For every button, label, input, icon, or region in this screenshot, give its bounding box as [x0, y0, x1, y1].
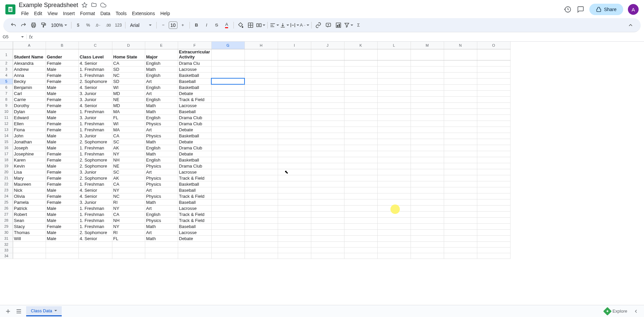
- cell-O23[interactable]: [477, 187, 510, 193]
- cell-H2[interactable]: [245, 60, 278, 66]
- cell-M26[interactable]: [411, 205, 444, 211]
- cell-N21[interactable]: [444, 175, 477, 181]
- cell-D28[interactable]: NH: [112, 217, 145, 223]
- cell-C4[interactable]: 1. Freshman: [78, 72, 112, 78]
- cell-A15[interactable]: Jonathan: [13, 139, 46, 145]
- cell-D15[interactable]: SC: [112, 139, 145, 145]
- cell-N17[interactable]: [444, 151, 477, 157]
- cell-H28[interactable]: [245, 217, 278, 223]
- cell-A13[interactable]: Fiona: [13, 127, 46, 133]
- all-sheets-button[interactable]: [13, 306, 24, 317]
- cell-H15[interactable]: [245, 139, 278, 145]
- cell-K30[interactable]: [344, 229, 377, 235]
- cell-E21[interactable]: Physics: [145, 175, 178, 181]
- cell-E33[interactable]: [145, 247, 178, 253]
- column-header-C[interactable]: C: [78, 42, 112, 49]
- functions-button[interactable]: Σ: [354, 20, 363, 30]
- decrease-font-button[interactable]: −: [159, 20, 168, 30]
- cell-B16[interactable]: Male: [46, 145, 78, 151]
- paint-format-button[interactable]: [39, 20, 48, 30]
- cell-G22[interactable]: [211, 181, 245, 187]
- cell-J27[interactable]: [311, 211, 344, 217]
- cell-B1[interactable]: Gender: [46, 49, 78, 60]
- cell-E9[interactable]: Math: [145, 102, 178, 108]
- cell-B2[interactable]: Female: [46, 60, 78, 66]
- cell-B31[interactable]: Male: [46, 235, 78, 241]
- cell-O21[interactable]: [477, 175, 510, 181]
- cell-G27[interactable]: [211, 211, 245, 217]
- cell-F8[interactable]: Track & Field: [178, 96, 211, 102]
- cell-F12[interactable]: Drama Club: [178, 121, 211, 127]
- cell-C5[interactable]: 2. Sophomore: [78, 78, 112, 84]
- cell-M8[interactable]: [411, 96, 444, 102]
- cell-J23[interactable]: [311, 187, 344, 193]
- cell-O12[interactable]: [477, 121, 510, 127]
- cell-G20[interactable]: [211, 169, 245, 175]
- cell-L14[interactable]: [377, 133, 411, 139]
- cell-O8[interactable]: [477, 96, 510, 102]
- menu-insert[interactable]: Insert: [61, 9, 77, 17]
- cell-E28[interactable]: Physics: [145, 217, 178, 223]
- cell-N10[interactable]: [444, 108, 477, 115]
- cell-C10[interactable]: 1. Freshman: [78, 108, 112, 115]
- menu-data[interactable]: Data: [98, 9, 113, 17]
- cell-M20[interactable]: [411, 169, 444, 175]
- cell-C32[interactable]: [78, 241, 112, 247]
- text-rotation-button[interactable]: A→: [300, 20, 309, 30]
- cell-D17[interactable]: NY: [112, 151, 145, 157]
- cell-M1[interactable]: [411, 49, 444, 60]
- cell-H20[interactable]: [245, 169, 278, 175]
- cell-L10[interactable]: [377, 108, 411, 115]
- cell-O4[interactable]: [477, 72, 510, 78]
- cell-K32[interactable]: [344, 241, 377, 247]
- cell-H3[interactable]: [245, 66, 278, 72]
- currency-button[interactable]: $: [73, 20, 83, 30]
- cell-J18[interactable]: [311, 157, 344, 163]
- cell-M31[interactable]: [411, 235, 444, 241]
- cell-D31[interactable]: FL: [112, 235, 145, 241]
- cell-G4[interactable]: [211, 72, 245, 78]
- cell-E31[interactable]: Math: [145, 235, 178, 241]
- cell-L9[interactable]: [377, 102, 411, 108]
- add-sheet-button[interactable]: [3, 306, 13, 317]
- row-header-16[interactable]: 16: [0, 145, 13, 151]
- menu-view[interactable]: View: [45, 9, 60, 17]
- row-header-22[interactable]: 22: [0, 181, 13, 187]
- cell-E30[interactable]: Art: [145, 229, 178, 235]
- cell-D21[interactable]: AK: [112, 175, 145, 181]
- cell-E20[interactable]: Art: [145, 169, 178, 175]
- cell-D33[interactable]: [112, 247, 145, 253]
- cell-D7[interactable]: MD: [112, 90, 145, 96]
- cell-C14[interactable]: 3. Junior: [78, 133, 112, 139]
- cell-G33[interactable]: [211, 247, 245, 253]
- print-button[interactable]: [29, 20, 38, 30]
- cell-N15[interactable]: [444, 139, 477, 145]
- cell-O24[interactable]: [477, 193, 510, 199]
- cell-K14[interactable]: [344, 133, 377, 139]
- cell-G31[interactable]: [211, 235, 245, 241]
- cell-J11[interactable]: [311, 115, 344, 121]
- selection-handle[interactable]: [244, 83, 245, 85]
- percent-button[interactable]: %: [84, 20, 93, 30]
- row-header-31[interactable]: 31: [0, 235, 13, 241]
- cell-F14[interactable]: Basketball: [178, 133, 211, 139]
- row-header-4[interactable]: 4: [0, 72, 13, 78]
- cell-K16[interactable]: [344, 145, 377, 151]
- cell-J22[interactable]: [311, 181, 344, 187]
- cell-H25[interactable]: [245, 199, 278, 205]
- cell-K34[interactable]: [344, 253, 377, 259]
- cell-L33[interactable]: [377, 247, 411, 253]
- cell-C29[interactable]: 1. Freshman: [78, 223, 112, 229]
- cell-B7[interactable]: Male: [46, 90, 78, 96]
- column-header-H[interactable]: H: [245, 42, 278, 49]
- row-header-29[interactable]: 29: [0, 223, 13, 229]
- cell-N9[interactable]: [444, 102, 477, 108]
- cell-I30[interactable]: [278, 229, 311, 235]
- cell-O25[interactable]: [477, 199, 510, 205]
- column-header-G[interactable]: G: [211, 42, 245, 49]
- cell-C21[interactable]: 2. Sophomore: [78, 175, 112, 181]
- cell-N2[interactable]: [444, 60, 477, 66]
- spreadsheet-grid[interactable]: ABCDEFGHIJKLMNO 1Student NameGenderClass…: [0, 42, 644, 305]
- cell-D24[interactable]: NC: [112, 193, 145, 199]
- cell-L13[interactable]: [377, 127, 411, 133]
